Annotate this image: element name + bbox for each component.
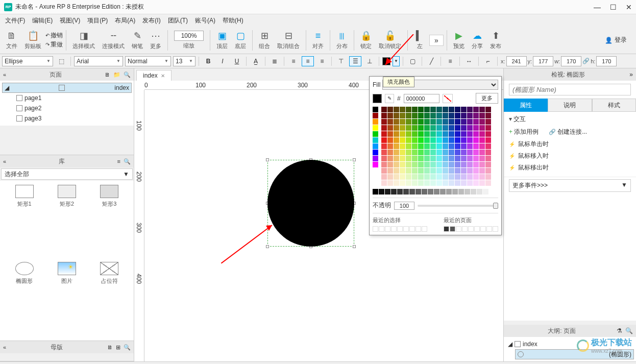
shape-select[interactable]: Ellipse▼ [2, 56, 53, 66]
align-left-button[interactable]: ▍左 [411, 30, 428, 50]
w-input[interactable] [561, 56, 581, 66]
bold-button[interactable]: B [202, 56, 214, 66]
corner-button[interactable]: ⌐ [482, 56, 494, 66]
valign-middle[interactable]: ☰ [349, 56, 361, 66]
hex-input[interactable] [404, 94, 439, 103]
unlock-button[interactable]: 🔓取消锁定 [376, 30, 404, 50]
opacity-input[interactable] [394, 202, 414, 210]
underline-button[interactable]: U [231, 56, 243, 66]
clipboard-button[interactable]: 📋剪贴板 [21, 30, 44, 50]
add-folder-icon[interactable]: ⊞ [116, 344, 120, 351]
collapse-icon[interactable]: » [629, 71, 633, 78]
menu-file[interactable]: 文件(F) [2, 15, 28, 27]
library-filter[interactable]: 选择全部▼ [1, 168, 133, 180]
redo-button[interactable]: ↷ 重做 [45, 40, 63, 49]
arrow-button[interactable]: ↔ [463, 56, 475, 66]
filter-icon[interactable]: ⚗ [617, 327, 622, 334]
undo-button[interactable]: ↶ 撤销 [45, 31, 63, 40]
search-icon[interactable]: 🔍 [124, 158, 131, 165]
ellipse-shape[interactable] [267, 160, 354, 247]
lib-ellipse[interactable]: 椭圆形 [4, 262, 44, 337]
line-style-button[interactable]: ╱ [425, 56, 437, 66]
border-color-button[interactable]: ▢ [406, 56, 419, 66]
more-events-button[interactable]: 更多事件>>>▼ [509, 179, 631, 192]
size-select[interactable]: 13▼ [173, 56, 195, 66]
file-button[interactable]: 🗎文件 [3, 30, 20, 50]
grayscale-row[interactable] [373, 189, 498, 195]
weight-select[interactable]: Normal▼ [125, 56, 171, 66]
menu-team[interactable]: 团队(T) [165, 15, 191, 27]
lock-aspect-icon[interactable]: 🔗 [582, 58, 590, 64]
add-master-icon[interactable]: 🗎 [107, 344, 113, 351]
bullet-button[interactable]: ≣ [268, 56, 281, 66]
fill-color-swatch[interactable] [382, 57, 390, 65]
lock-button[interactable]: 🔒锁定 [357, 30, 375, 50]
align-center-text[interactable]: ≡ [302, 56, 314, 66]
add-case-link[interactable]: + 添加用例 [509, 128, 539, 136]
more-colors-button[interactable]: 更多 [476, 93, 498, 104]
eyedropper-button[interactable]: ✎ [385, 94, 394, 103]
page-node-index[interactable]: ◢index [2, 83, 132, 93]
text-color-button[interactable]: A̲ [250, 56, 262, 66]
preview-button[interactable]: ▶预览 [450, 30, 468, 50]
color-grid[interactable] [381, 107, 491, 186]
publish-button[interactable]: ⬆发布 [487, 30, 504, 50]
lib-rect1[interactable]: 矩形1 [4, 185, 44, 260]
add-page-icon[interactable]: 🗎 [105, 71, 110, 78]
recent-sel-swatches[interactable] [373, 226, 427, 232]
menu-icon[interactable]: ≡ [117, 158, 120, 165]
font-select[interactable]: Arial▼ [74, 56, 123, 66]
no-fill-button[interactable] [443, 94, 453, 103]
zoom-select[interactable]: 100% [174, 31, 204, 41]
close-tab-icon[interactable]: ✕ [161, 73, 165, 79]
page-node-page2[interactable]: page2 [14, 103, 132, 113]
event-mousein[interactable]: ⚡鼠标移入时 [509, 150, 631, 162]
lib-rect3[interactable]: 矩形3 [89, 185, 130, 260]
style-button[interactable]: ⬚ [55, 56, 67, 66]
ungroup-button[interactable]: ⊟取消组合 [274, 30, 303, 50]
select-mode-button[interactable]: ◨选择模式 [69, 30, 98, 50]
event-mouseout[interactable]: ⚡鼠标移出时 [509, 162, 631, 174]
login-button[interactable]: 👤登录 [599, 36, 633, 44]
fill-color-dropdown[interactable]: ▼ [393, 56, 400, 66]
recent-page-swatches[interactable] [444, 226, 498, 232]
overflow-button[interactable]: » [429, 35, 444, 46]
shape-name-input[interactable] [509, 84, 631, 95]
bring-front-button[interactable]: ▣顶层 [213, 30, 231, 50]
base-colors[interactable] [373, 107, 378, 186]
menu-project[interactable]: 项目(P) [84, 15, 111, 27]
minimize-button[interactable]: — [594, 3, 601, 11]
italic-button[interactable]: I [216, 56, 229, 66]
line-width-button[interactable]: ≡ [444, 56, 456, 66]
tab-properties[interactable]: 属性 [504, 99, 548, 112]
lib-rect2[interactable]: 矩形2 [46, 185, 87, 260]
share-button[interactable]: ☁分享 [469, 30, 486, 50]
x-input[interactable] [506, 56, 527, 66]
menu-layout[interactable]: 布局(A) [112, 15, 138, 27]
page-node-page3[interactable]: page3 [14, 113, 132, 124]
maximize-button[interactable]: ☐ [610, 3, 617, 11]
distribute-button[interactable]: ⫼分布 [333, 30, 351, 50]
lib-image[interactable]: ☀图片 [46, 262, 87, 337]
menu-account[interactable]: 账号(A) [192, 15, 218, 27]
align-button[interactable]: ≡对齐 [309, 30, 327, 50]
lib-placeholder[interactable]: 占位符 [89, 262, 130, 337]
menu-publish[interactable]: 发布(I) [139, 15, 163, 27]
menu-help[interactable]: 帮助(H) [219, 15, 247, 27]
h-input[interactable] [596, 56, 617, 66]
y-input[interactable] [533, 56, 553, 66]
valign-bottom[interactable]: ⊥ [363, 56, 376, 66]
page-node-page1[interactable]: page1 [14, 93, 132, 103]
tab-style[interactable]: 样式 [592, 99, 636, 112]
tab-notes[interactable]: 说明 [548, 99, 592, 112]
add-folder-icon[interactable]: 📁 [113, 71, 120, 78]
menu-view[interactable]: 视图(V) [57, 15, 83, 27]
opacity-slider[interactable] [418, 205, 498, 207]
search-icon[interactable]: 🔍 [124, 344, 131, 351]
more-button[interactable]: ⋯更多 [147, 30, 164, 50]
search-icon[interactable]: 🔍 [625, 327, 633, 334]
group-button[interactable]: ⊞组合 [256, 30, 273, 50]
menu-edit[interactable]: 编辑(E) [29, 15, 56, 27]
pen-button[interactable]: ✎钢笔 [129, 30, 146, 50]
event-click[interactable]: ⚡鼠标单击时 [509, 138, 631, 150]
